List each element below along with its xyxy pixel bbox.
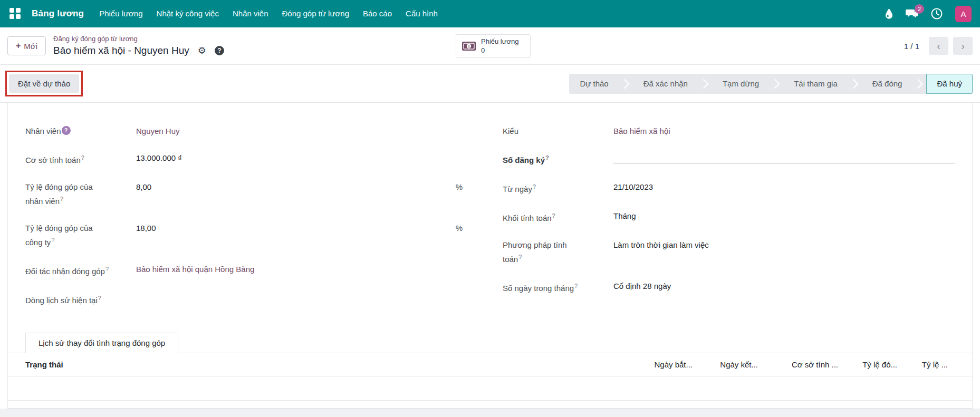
company-rate-value[interactable]: 18,00 — [136, 222, 156, 234]
menu-dong-gop[interactable]: Đóng góp từ lương — [275, 0, 357, 27]
menu-phieu-luong[interactable]: Phiếu lương — [92, 0, 149, 27]
stage-chevron-icon — [698, 74, 712, 94]
type-value[interactable]: Bảo hiểm xã hội — [613, 125, 670, 137]
field-computation-block: Khối tính toán? Tháng — [503, 210, 955, 224]
partner-value[interactable]: Bảo hiểm xã hội quận Hồng Bàng — [136, 263, 254, 275]
chevron-right-icon: › — [961, 41, 965, 51]
menu-nhat-ky[interactable]: Nhật ký công việc — [150, 0, 226, 27]
field-from-date: Từ ngày? 21/10/2023 — [503, 181, 955, 195]
stage-indicator: Dự thảo Đã xác nhận Tạm dừng Tái tham gi… — [569, 74, 973, 94]
stage-da-xac-nhan[interactable]: Đã xác nhận — [633, 74, 698, 94]
field-computation-method: Phương pháp tính toán? Làm tròn thời gia… — [503, 239, 955, 265]
message-count-badge: 2 — [915, 4, 924, 14]
field-registration-number: Số đăng ký? — [503, 152, 955, 166]
column-header-base[interactable]: Cơ sở tính ... — [758, 360, 838, 369]
pager: 1 / 1 ‹ › — [904, 37, 973, 55]
stage-tai-tham-gia[interactable]: Tái tham gia — [783, 74, 848, 94]
menu-bao-cao[interactable]: Báo cáo — [356, 0, 399, 27]
stage-tam-dung[interactable]: Tạm dừng — [712, 74, 770, 94]
help-icon[interactable]: ? — [215, 46, 224, 55]
stage-du-thao[interactable]: Dự thảo — [569, 74, 619, 94]
field-partner: Đối tác nhận đóng góp? Bảo hiểm xã hội q… — [25, 263, 477, 277]
menu-nhan-vien[interactable]: Nhân viên — [226, 0, 275, 27]
stat-button-label: Phiếu lương — [481, 37, 518, 46]
history-table: Trạng thái Ngày bắt... Ngày kết... Cơ sở… — [8, 353, 972, 401]
registration-number-input[interactable] — [613, 152, 955, 163]
set-to-draft-button[interactable]: Đặt về dự thảo — [9, 74, 79, 93]
new-button[interactable]: + Mới — [7, 36, 46, 55]
app-name[interactable]: Bảng lương — [32, 8, 84, 19]
column-header-company-rate[interactable]: Tỷ lệ ... — [897, 360, 948, 369]
column-header-employee-rate[interactable]: Tỷ lệ đó... — [838, 360, 897, 369]
computation-method-value[interactable]: Làm tròn thời gian làm việc — [613, 239, 709, 251]
control-panel: + Mới Đăng ký đóng góp từ lương Bảo hiểm… — [0, 27, 980, 65]
stage-chevron-icon — [770, 74, 783, 94]
column-header-start-date[interactable]: Ngày bắt... — [631, 360, 693, 369]
field-type: Kiểu Bảo hiểm xã hội — [503, 125, 955, 137]
field-employee: Nhân viên? Nguyen Huy — [25, 125, 477, 137]
form-right-column: Kiểu Bảo hiểm xã hội Số đăng ký? Từ ngày… — [503, 125, 955, 321]
apps-grid-icon[interactable] — [9, 8, 21, 20]
employee-rate-value[interactable]: 8,00 — [136, 181, 151, 193]
question-badge-icon[interactable]: ? — [62, 126, 71, 135]
percent-unit: % — [456, 222, 477, 234]
form-left-column: Nhân viên? Nguyen Huy Cơ sở tính toán? 1… — [25, 125, 477, 321]
column-header-status[interactable]: Trạng thái — [25, 360, 631, 369]
field-days-in-month: Số ngày trong tháng? Cố định 28 ngày — [503, 280, 955, 294]
pager-count[interactable]: 1 / 1 — [904, 42, 919, 51]
clock-icon[interactable] — [931, 8, 943, 20]
plus-icon: + — [16, 41, 21, 51]
notebook-tab-strip: Lịch sử thay đổi tình trạng đóng góp — [8, 333, 972, 353]
new-button-label: Mới — [24, 42, 37, 51]
chevron-left-icon: ‹ — [937, 41, 940, 51]
from-date-value[interactable]: 21/10/2023 — [613, 181, 653, 193]
avatar[interactable]: A — [955, 6, 972, 22]
stage-da-dong[interactable]: Đã đóng — [862, 74, 913, 94]
table-header-row: Trạng thái Ngày bắt... Ngày kết... Cơ sở… — [8, 353, 972, 376]
field-employee-rate: Tỷ lệ đóng góp của nhân viên? 8,00 % — [25, 181, 477, 207]
computation-block-value[interactable]: Tháng — [613, 210, 636, 222]
pager-next-button[interactable]: › — [953, 37, 973, 55]
activities-droplet-icon[interactable] — [885, 8, 893, 19]
pager-previous-button[interactable]: ‹ — [929, 37, 948, 55]
messages-icon[interactable]: 2 — [906, 8, 918, 19]
column-header-end-date[interactable]: Ngày kết... — [693, 360, 758, 369]
page-footer-strip — [0, 409, 980, 417]
top-navbar: Bảng lương Phiếu lương Nhật ký công việc… — [0, 0, 980, 27]
page-title: Bảo hiểm xã hội - Nguyen Huy — [53, 45, 189, 56]
stage-chevron-icon — [912, 74, 926, 94]
form-sheet: Nhân viên? Nguyen Huy Cơ sở tính toán? 1… — [7, 103, 973, 409]
gear-icon[interactable]: ⚙ — [198, 46, 206, 55]
stat-button-value: 0 — [481, 46, 518, 55]
field-current-history-line: Dòng lịch sử hiện tại? — [25, 292, 477, 306]
field-company-rate: Tỷ lệ đóng góp của công ty? 18,00 % — [25, 222, 477, 248]
statusbar: Đặt về dự thảo Dự thảo Đã xác nhận Tạm d… — [0, 65, 980, 103]
menu-cau-hinh[interactable]: Cấu hình — [399, 0, 445, 27]
banknote-icon: 1 — [462, 41, 476, 51]
employee-value[interactable]: Nguyen Huy — [136, 125, 180, 137]
annotation-highlight-box: Đặt về dự thảo — [5, 71, 83, 96]
table-empty-body[interactable] — [8, 376, 972, 401]
payslip-stat-button[interactable]: 1 Phiếu lương 0 — [456, 34, 531, 58]
svg-text:1: 1 — [468, 44, 470, 49]
stage-chevron-icon — [619, 74, 633, 94]
computation-base-value[interactable]: 13.000.000 ₫ — [136, 152, 182, 164]
days-in-month-value[interactable]: Cố định 28 ngày — [613, 280, 671, 292]
percent-unit: % — [456, 181, 477, 193]
field-computation-base: Cơ sở tính toán? 13.000.000 ₫ — [25, 152, 477, 166]
stage-da-huy-active[interactable]: Đã huỷ — [926, 74, 973, 94]
stage-chevron-icon — [848, 74, 862, 94]
breadcrumb[interactable]: Đăng ký đóng góp từ lương — [53, 35, 224, 43]
tab-contribution-history[interactable]: Lịch sử thay đổi tình trạng đóng góp — [25, 333, 178, 353]
